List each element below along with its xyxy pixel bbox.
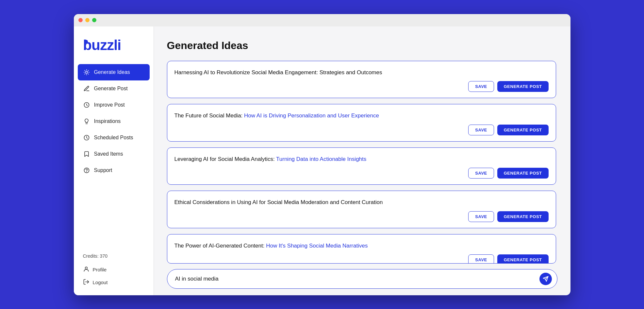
main-content: Generated Ideas Harnessing AI to Revolut…: [154, 26, 570, 295]
sidebar-item-generate-post[interactable]: Generate Post: [74, 80, 154, 97]
refresh-icon: [83, 101, 90, 109]
save-button-2[interactable]: SAVE: [468, 125, 494, 135]
svg-point-1: [85, 40, 88, 43]
clock-icon: [83, 134, 90, 141]
svg-text:uzzli: uzzli: [91, 37, 121, 52]
pencil-icon: [83, 85, 90, 92]
logo-svg: b uzzli: [83, 36, 122, 52]
idea-card-2: The Future of Social Media: How AI is Dr…: [167, 104, 556, 142]
generate-post-button-3[interactable]: GENERATE POST: [497, 168, 549, 179]
idea-card-1: Harnessing AI to Revolutionize Social Me…: [167, 61, 556, 98]
sidebar-item-generate-ideas[interactable]: Generate Ideas: [78, 64, 150, 80]
lightbulb-icon: [83, 118, 90, 125]
sidebar-item-inspirations[interactable]: Inspirations: [74, 113, 154, 129]
save-button-5[interactable]: SAVE: [468, 254, 494, 264]
page-title: Generated Ideas: [167, 40, 557, 52]
sidebar-item-saved-items[interactable]: Saved Items: [74, 146, 154, 162]
idea-card-5: The Power of AI-Generated Content: How I…: [167, 234, 556, 264]
bulb-icon: [83, 69, 90, 76]
sidebar-item-label: Generate Ideas: [94, 69, 130, 75]
app-window: b uzzli Generate Ideas: [74, 14, 570, 295]
sidebar-item-improve-post[interactable]: Improve Post: [74, 97, 154, 113]
profile-label: Profile: [93, 267, 107, 272]
idea-text-4: Ethical Considerations in Using AI for S…: [174, 198, 549, 207]
maximize-button[interactable]: [92, 18, 96, 22]
sidebar-item-support[interactable]: Support: [74, 162, 154, 179]
app-body: b uzzli Generate Ideas: [74, 26, 570, 295]
sidebar: b uzzli Generate Ideas: [74, 26, 154, 295]
send-icon: [543, 276, 549, 282]
svg-point-8: [85, 267, 87, 269]
titlebar: [74, 14, 570, 26]
logout-button[interactable]: Logout: [83, 276, 144, 289]
save-button-3[interactable]: SAVE: [468, 168, 494, 179]
sidebar-item-label: Improve Post: [94, 102, 125, 108]
generate-post-button-4[interactable]: GENERATE POST: [497, 211, 549, 222]
idea-actions-2: SAVE GENERATE POST: [174, 125, 549, 135]
profile-icon: [83, 266, 90, 273]
svg-point-3: [85, 71, 88, 73]
sidebar-item-label: Generate Post: [94, 86, 128, 92]
send-button[interactable]: [539, 273, 552, 285]
generate-post-button-1[interactable]: GENERATE POST: [497, 81, 549, 92]
idea-text-5: The Power of AI-Generated Content: How I…: [174, 242, 549, 250]
bookmark-icon: [83, 150, 90, 158]
sidebar-bottom: Credits: 370 Profile: [74, 253, 154, 289]
credits-display: Credits: 370: [83, 253, 144, 259]
idea-text-3: Leveraging AI for Social Media Analytics…: [174, 155, 549, 163]
idea-card-3: Leveraging AI for Social Media Analytics…: [167, 147, 556, 185]
generate-post-button-5[interactable]: GENERATE POST: [497, 254, 549, 264]
idea-highlight-2: How AI is Driving Personalization and Us…: [244, 112, 379, 119]
sidebar-item-scheduled-posts[interactable]: Scheduled Posts: [74, 129, 154, 146]
idea-text-2: The Future of Social Media: How AI is Dr…: [174, 112, 549, 120]
help-circle-icon: [83, 167, 90, 174]
logout-label: Logout: [93, 280, 108, 285]
svg-point-7: [86, 171, 87, 172]
idea-text-1: Harnessing AI to Revolutionize Social Me…: [174, 68, 549, 77]
sidebar-item-label: Inspirations: [94, 118, 121, 124]
idea-input[interactable]: [175, 276, 536, 282]
logout-icon: [83, 279, 90, 286]
idea-card-4: Ethical Considerations in Using AI for S…: [167, 191, 556, 228]
idea-actions-3: SAVE GENERATE POST: [174, 168, 549, 179]
generate-post-button-2[interactable]: GENERATE POST: [497, 125, 549, 135]
idea-actions-5: SAVE GENERATE POST: [174, 254, 549, 264]
save-button-4[interactable]: SAVE: [468, 211, 494, 222]
input-bar: [167, 269, 557, 289]
profile-button[interactable]: Profile: [83, 263, 144, 276]
idea-actions-4: SAVE GENERATE POST: [174, 211, 549, 222]
save-button-1[interactable]: SAVE: [468, 81, 494, 92]
sidebar-nav: Generate Ideas Generate Post: [74, 64, 154, 179]
idea-highlight-3: Turning Data into Actionable Insights: [276, 156, 366, 162]
sidebar-item-label: Support: [94, 167, 112, 173]
sidebar-item-label: Saved Items: [94, 151, 123, 157]
logo-text: b uzzli: [83, 41, 122, 55]
svg-text:b: b: [83, 37, 91, 52]
minimize-button[interactable]: [85, 18, 90, 22]
idea-highlight-5: How It's Shaping Social Media Narratives: [266, 243, 368, 249]
idea-actions-1: SAVE GENERATE POST: [174, 81, 549, 92]
sidebar-item-label: Scheduled Posts: [94, 135, 133, 141]
logo: b uzzli: [74, 33, 154, 64]
close-button[interactable]: [78, 18, 83, 22]
ideas-list: Harnessing AI to Revolutionize Social Me…: [167, 61, 557, 264]
